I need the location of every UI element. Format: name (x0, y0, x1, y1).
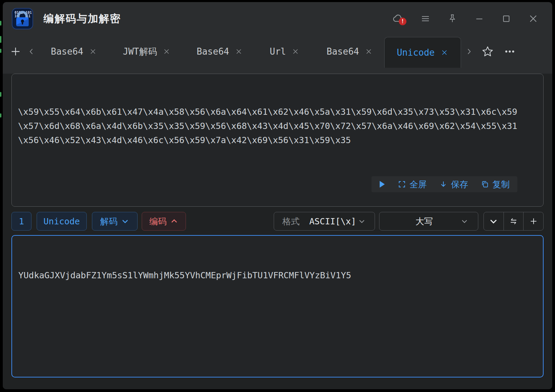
background-app-sliver (0, 49, 1, 53)
swap-icon (508, 216, 519, 226)
title-bar: 0101 10 101 11 编解码与加解密 ! (3, 2, 552, 35)
copy-button[interactable]: 复制 (481, 177, 510, 192)
tab-base64-1[interactable]: Base64 (39, 35, 109, 68)
menu-icon[interactable] (415, 9, 435, 29)
case-dropdown[interactable]: 大写 (379, 212, 478, 231)
count-label: 1 (19, 216, 24, 226)
output-textarea[interactable]: YUdkaGJXVjdabFZ1Ym5sS1lYWmhjMk55YVhCMEpr… (11, 235, 544, 377)
scroll-tabs-right-icon[interactable] (461, 35, 477, 68)
save-button[interactable]: 保存 (439, 177, 468, 192)
decode-label: 解码 (100, 216, 117, 227)
swap-button[interactable] (504, 212, 524, 230)
tab-jwt-decode[interactable]: JWT解码 (109, 35, 185, 68)
tab-label: Url (270, 46, 286, 57)
format-label: 格式 (282, 216, 300, 227)
run-button[interactable] (379, 180, 385, 188)
background-app-sliver (0, 113, 1, 118)
decode-button[interactable]: 解码 (92, 212, 138, 231)
format-value: ASCII[\x] (309, 216, 356, 226)
maximize-icon[interactable] (496, 9, 516, 29)
tab-label: JWT解码 (123, 46, 157, 58)
minimize-icon[interactable] (469, 9, 489, 29)
error-badge: ! (399, 18, 406, 25)
tab-close-icon[interactable] (365, 47, 373, 56)
titlebar-actions: ! (382, 9, 543, 29)
new-tab-icon[interactable] (8, 35, 23, 68)
scroll-tabs-left-icon[interactable] (23, 35, 39, 68)
input-textarea[interactable]: \x59\x55\x64\x6b\x61\x47\x4a\x58\x56\x6a… (11, 74, 544, 207)
tab-base64-2[interactable]: Base64 (185, 35, 254, 68)
extra-actions-group (483, 212, 544, 231)
fullscreen-label: 全屏 (410, 177, 427, 192)
tab-unicode-active[interactable]: Unicode (384, 37, 461, 68)
background-app-sliver (0, 36, 1, 43)
more-options-icon[interactable] (498, 35, 521, 68)
count-button[interactable]: 1 (11, 212, 31, 231)
pin-icon[interactable] (442, 9, 462, 29)
app-lock-icon: 0101 10 101 11 (12, 8, 33, 29)
play-icon (379, 180, 385, 188)
close-icon[interactable] (523, 9, 543, 29)
tab-close-icon[interactable] (89, 47, 97, 56)
chevron-down-icon (460, 217, 469, 226)
output-text: YUdkaGJXVjdabFZ1Ym5sS1lYWmhjMk55YVhCMEpr… (18, 268, 525, 282)
codec-type-button[interactable]: Unicode (37, 212, 87, 231)
cloud-sync-error-icon[interactable]: ! (388, 9, 408, 29)
add-button[interactable] (523, 212, 543, 230)
app-window: 0101 10 101 11 编解码与加解密 ! (3, 2, 552, 389)
codec-type-label: Unicode (44, 216, 80, 226)
fullscreen-button[interactable]: 全屏 (398, 177, 427, 192)
controls-spacer (186, 212, 274, 231)
tab-label: Base64 (327, 46, 359, 57)
copy-icon (481, 180, 489, 188)
collapse-button[interactable] (484, 212, 504, 230)
tab-bar: Base64 JWT解码 Base64 Url Base64 (3, 35, 552, 68)
tab-url[interactable]: Url (254, 35, 315, 68)
encode-label: 编码 (149, 216, 167, 227)
tab-close-icon[interactable] (440, 48, 449, 57)
save-label: 保存 (451, 177, 468, 192)
tab-close-icon[interactable] (291, 47, 300, 56)
favorite-star-icon[interactable] (477, 35, 498, 68)
background-app-sliver (0, 92, 1, 97)
chevron-up-icon (170, 217, 178, 225)
format-dropdown[interactable]: 格式 ASCII[\x] (274, 212, 375, 231)
chevron-down-icon (357, 217, 366, 226)
main-content: \x59\x55\x64\x6b\x61\x47\x4a\x58\x56\x6a… (3, 74, 552, 389)
case-value: 大写 (388, 216, 460, 227)
editor-action-bar: 全屏 保存 复制 (371, 176, 517, 192)
tab-label: Base64 (51, 46, 83, 57)
controls-row: 1 Unicode 解码 编码 格式 ASCII[\x] (11, 212, 544, 231)
chevron-down-icon (121, 217, 129, 225)
plus-icon (529, 216, 538, 226)
chevron-down-icon (489, 216, 498, 226)
fullscreen-icon (398, 180, 406, 188)
background-app-sliver (0, 21, 1, 26)
tab-close-icon[interactable] (235, 47, 243, 56)
window-title: 编解码与加解密 (44, 12, 121, 26)
download-arrow-icon (439, 180, 448, 188)
tab-label: Base64 (197, 46, 229, 57)
encode-button[interactable]: 编码 (142, 212, 186, 231)
tab-label: Unicode (397, 47, 435, 58)
input-text: \x59\x55\x64\x6b\x61\x47\x4a\x58\x56\x6a… (18, 105, 525, 147)
tab-base64-3[interactable]: Base64 (315, 35, 384, 68)
tab-close-icon[interactable] (162, 47, 171, 56)
copy-label: 复制 (492, 177, 510, 192)
